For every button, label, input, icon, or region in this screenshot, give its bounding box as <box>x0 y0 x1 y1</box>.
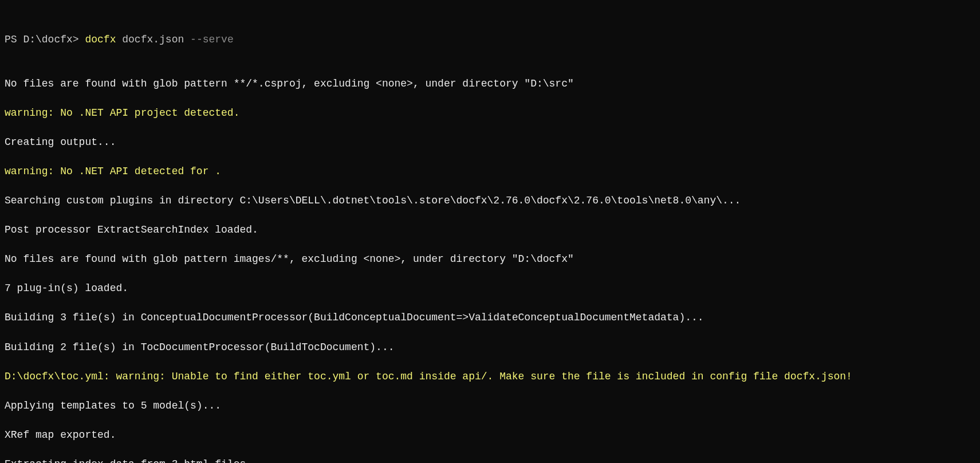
command-arg: docfx.json <box>122 34 190 45</box>
warning-line: D:\docfx\toc.yml: warning: Unable to fin… <box>5 370 975 384</box>
output-line: Building 2 file(s) in TocDocumentProcess… <box>5 340 975 355</box>
output-line: No files are found with glob pattern ima… <box>5 252 975 267</box>
warning-line: warning: No .NET API detected for . <box>5 164 975 179</box>
ps-prompt: PS D:\docfx> <box>5 34 85 45</box>
output-line: Extracting index data from 3 html files <box>5 457 975 463</box>
output-line: Searching custom plugins in directory C:… <box>5 194 975 209</box>
prompt-line: PS D:\docfx> docfx docfx.json --serve <box>5 33 975 48</box>
output-line: Creating output... <box>5 135 975 150</box>
output-line: 7 plug-in(s) loaded. <box>5 281 975 296</box>
command: docfx <box>85 34 122 45</box>
command-flag: --serve <box>190 34 234 45</box>
terminal-output[interactable]: PS D:\docfx> docfx docfx.json --serve No… <box>0 0 980 463</box>
output-line: Post processor ExtractSearchIndex loaded… <box>5 223 975 238</box>
output-line: No files are found with glob pattern **/… <box>5 77 975 92</box>
output-line: Applying templates to 5 model(s)... <box>5 399 975 414</box>
output-line: XRef map exported. <box>5 428 975 443</box>
output-line: Building 3 file(s) in ConceptualDocument… <box>5 311 975 325</box>
warning-line: warning: No .NET API project detected. <box>5 106 975 121</box>
